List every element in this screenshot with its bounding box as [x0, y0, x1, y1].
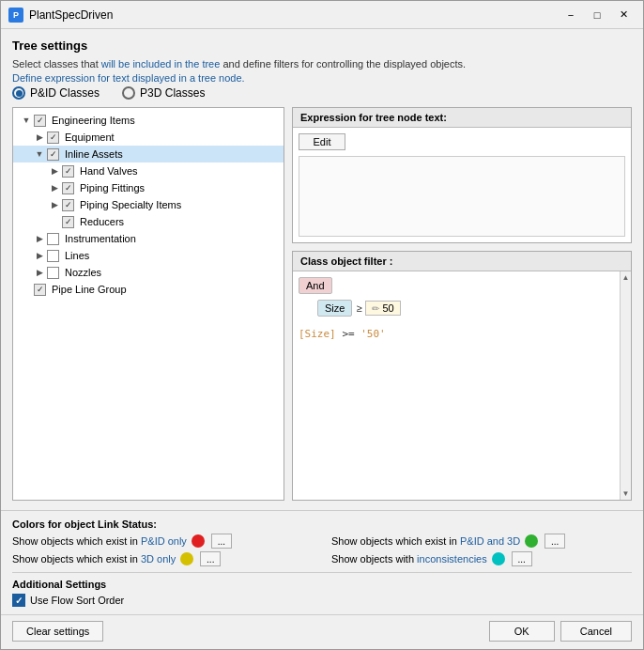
tree-panel[interactable]: ▼ Engineering Items ▶ Equipment ▼ Inline… [12, 107, 284, 501]
checkbox-nozzles[interactable] [47, 267, 59, 279]
color-row-3d-only: Show objects which exist in 3D only ... [12, 551, 313, 566]
tree-item-piping-specialty-items[interactable]: ▶ Piping Specialty Items [13, 196, 284, 213]
color-ellipsis-pid-and-3d[interactable]: ... [544, 534, 565, 549]
tree-label-pipe-line-group: Pipe Line Group [50, 284, 129, 295]
tree-label-engineering-items: Engineering Items [50, 115, 137, 126]
tree-item-nozzles[interactable]: ▶ Nozzles [13, 264, 284, 281]
scroll-up-arrow[interactable]: ▲ [621, 271, 631, 284]
expand-icon-engineering-items[interactable]: ▼ [19, 113, 34, 128]
flow-sort-label: Use Flow Sort Order [30, 595, 124, 606]
and-chip[interactable]: And [299, 277, 332, 294]
checkbox-instrumentation[interactable] [47, 233, 59, 245]
tree-label-nozzles: Nozzles [63, 267, 103, 278]
tree-item-lines[interactable]: ▶ Lines [13, 247, 284, 264]
additional-title: Additional Settings [12, 579, 632, 590]
tree-label-reducers: Reducers [78, 216, 126, 227]
close-button[interactable]: ✕ [611, 6, 636, 24]
colors-grid: Show objects which exist in P&ID only ..… [12, 534, 632, 566]
radio-circle-pid [12, 86, 25, 100]
dialog-buttons: Clear settings OK Cancel [1, 614, 643, 649]
bottom-area: Colors for object Link Status: Show obje… [1, 510, 643, 614]
color-ellipsis-3d-only[interactable]: ... [200, 551, 221, 566]
expand-icon-inline-assets[interactable]: ▼ [32, 147, 47, 162]
color-row-pid-only: Show objects which exist in P&ID only ..… [12, 534, 313, 549]
tree-item-hand-valves[interactable]: ▶ Hand Valves [13, 162, 284, 179]
tree-item-engineering-items[interactable]: ▼ Engineering Items [13, 112, 284, 129]
flow-sort-checkbox[interactable] [12, 594, 25, 607]
color-dot-3d-only [180, 552, 193, 565]
titlebar-title: PlantSpecDriven [29, 8, 559, 22]
checkbox-engineering-items[interactable] [34, 115, 46, 127]
checkbox-reducers[interactable] [62, 216, 74, 228]
expression-text-area[interactable] [299, 156, 625, 237]
tree-item-pipe-line-group[interactable]: ▶ Pipe Line Group [13, 281, 284, 298]
checkbox-equipment[interactable] [47, 132, 59, 144]
highlight-pid-and-3d: P&ID and 3D [460, 535, 520, 547]
filter-operator: ≥ [356, 302, 361, 314]
radio-option-pid[interactable]: P&ID Classes [12, 86, 100, 100]
expand-icon-instrumentation[interactable]: ▶ [32, 231, 47, 246]
edit-button[interactable]: Edit [299, 133, 345, 150]
maximize-button[interactable]: □ [585, 6, 609, 24]
checkbox-hand-valves[interactable] [62, 165, 74, 178]
additional-section: Additional Settings Use Flow Sort Order [12, 572, 632, 607]
filter-condition-row: Size ≥ ✏ 50 [317, 300, 625, 317]
description-line1: Select classes that will be included in … [12, 58, 632, 70]
tree-item-reducers[interactable]: ▶ Reducers [13, 213, 284, 230]
tree-item-instrumentation[interactable]: ▶ Instrumentation [13, 230, 284, 247]
description-link[interactable]: Define expression for text displayed in … [12, 72, 245, 84]
app-icon: P [8, 8, 23, 23]
tree-item-inline-assets[interactable]: ▼ Inline Assets [13, 146, 284, 162]
color-label-pid-and-3d: Show objects which exist in P&ID and 3D [331, 535, 520, 547]
ok-button[interactable]: OK [489, 621, 555, 642]
color-row-inconsistencies: Show objects with inconsistencies ... [331, 551, 632, 566]
filter-value-text: 50 [382, 302, 393, 314]
radio-label-p3d: P3D Classes [140, 86, 205, 100]
expand-icon-piping-fittings[interactable]: ▶ [47, 180, 62, 195]
clear-settings-button[interactable]: Clear settings [12, 621, 103, 642]
expression-panel-body: Edit [293, 128, 631, 242]
tree-label-hand-valves: Hand Valves [78, 165, 140, 177]
checkbox-lines[interactable] [47, 250, 59, 262]
expand-icon-hand-valves[interactable]: ▶ [47, 163, 62, 178]
radio-group: P&ID Classes P3D Classes [12, 86, 632, 100]
filter-code: [Size] >= '50' [299, 328, 625, 340]
highlight-pid-only: P&ID only [141, 535, 187, 547]
titlebar-controls: − □ ✕ [559, 6, 636, 24]
highlight-inconsistencies: inconsistencies [417, 553, 487, 565]
right-panel: Expression for tree node text: Edit Clas… [292, 107, 632, 501]
filter-value[interactable]: ✏ 50 [365, 301, 400, 316]
filter-row: And [299, 277, 625, 294]
color-row-pid-and-3d: Show objects which exist in P&ID and 3D … [331, 534, 632, 549]
tree-item-piping-fittings[interactable]: ▶ Piping Fittings [13, 179, 284, 196]
colors-title: Colors for object Link Status: [12, 518, 632, 530]
radio-option-p3d[interactable]: P3D Classes [122, 86, 205, 100]
filter-panel: Class object filter : And Size ≥ ✏ 50 [292, 251, 632, 501]
color-ellipsis-inconsistencies[interactable]: ... [512, 551, 532, 566]
expand-icon-equipment[interactable]: ▶ [32, 130, 47, 145]
tree-label-instrumentation: Instrumentation [63, 233, 138, 244]
expression-panel: Expression for tree node text: Edit [292, 107, 632, 243]
tree-item-equipment[interactable]: ▶ Equipment [13, 129, 284, 146]
checkbox-piping-fittings[interactable] [62, 182, 74, 194]
cancel-button[interactable]: Cancel [560, 621, 632, 642]
scroll-down-arrow[interactable]: ▼ [621, 488, 631, 500]
expand-icon-piping-specialty-items[interactable]: ▶ [47, 197, 62, 212]
checkbox-pipe-line-group[interactable] [34, 284, 46, 296]
expand-icon-lines[interactable]: ▶ [32, 248, 47, 263]
scrollbar-stub: ▲ ▼ [620, 271, 631, 500]
highlight-3d-only: 3D only [141, 553, 176, 565]
colors-section: Colors for object Link Status: Show obje… [12, 518, 632, 566]
expression-panel-header: Expression for tree node text: [293, 108, 631, 128]
checkbox-piping-specialty-items[interactable] [62, 199, 74, 211]
color-ellipsis-pid-only[interactable]: ... [211, 534, 232, 549]
minimize-button[interactable]: − [559, 6, 583, 24]
description-highlight1: will be included in the tree [101, 58, 221, 70]
tree-label-piping-specialty-items: Piping Specialty Items [78, 199, 183, 210]
color-label-pid-only: Show objects which exist in P&ID only [12, 535, 187, 547]
description-line2: Define expression for text displayed in … [12, 72, 632, 84]
checkbox-inline-assets[interactable] [47, 148, 59, 161]
titlebar: P PlantSpecDriven − □ ✕ [1, 1, 643, 29]
size-chip[interactable]: Size [317, 300, 352, 317]
expand-icon-nozzles[interactable]: ▶ [32, 265, 47, 280]
